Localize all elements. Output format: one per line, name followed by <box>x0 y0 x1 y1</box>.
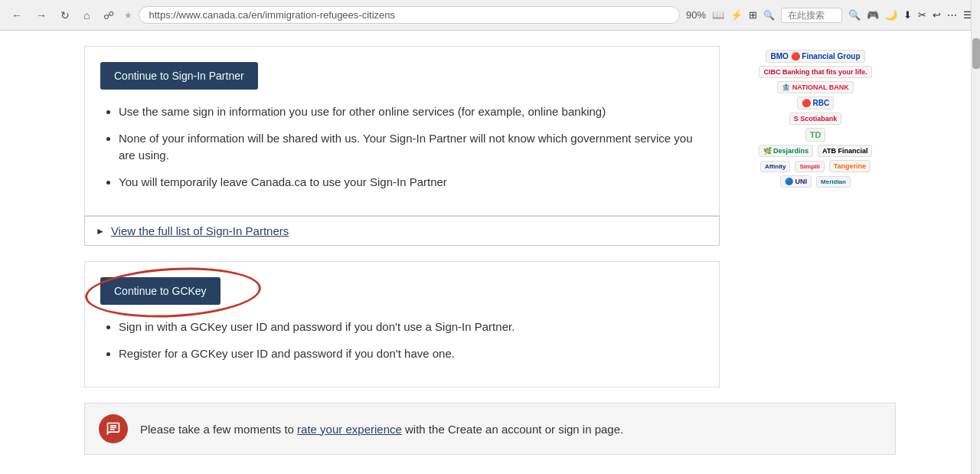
national-bank-logo: 🏦 NATIONAL BANK <box>777 81 854 93</box>
uni-logo: 🔵 UNI <box>780 175 812 188</box>
feedback-icon <box>99 414 128 443</box>
bullet-item: You will temporarily leave Canada.ca to … <box>119 174 704 191</box>
top-section: Continue to Sign-In Partner Use the same… <box>84 46 896 387</box>
grid-icon[interactable]: ⊞ <box>749 9 757 21</box>
cibc-logo: CIBC Banking that fits your life. <box>759 66 871 78</box>
logo-grid: BMO 🔴 Financial Group CIBC Banking that … <box>759 50 873 188</box>
desjardins-logo: 🌿 Desjardins <box>759 145 814 157</box>
logo-row-2: CIBC Banking that fits your life. <box>759 66 871 78</box>
sign-partner-container: Continue to Sign-In Partner Use the same… <box>84 46 720 216</box>
logo-row-4: 🔴 RBC <box>797 96 834 110</box>
rbc-logo: 🔴 RBC <box>797 96 834 110</box>
logo-row-1: BMO 🔴 Financial Group <box>766 50 864 63</box>
accordion-arrow-icon: ► <box>96 226 105 237</box>
page-content: Continue to Sign-In Partner Use the same… <box>0 31 980 474</box>
browser-chrome: ← → ↻ ⌂ ☍ ★ https://www.canada.ca/en/imm… <box>0 0 980 31</box>
affinity-logo: Affinity <box>760 161 791 172</box>
reader-icon[interactable]: 📖 <box>712 9 724 21</box>
home-button[interactable]: ⌂ <box>80 8 93 23</box>
feedback-text: Please take a few moments to rate your e… <box>140 423 623 436</box>
moon-icon[interactable]: 🌙 <box>885 9 897 21</box>
feedback-after-text: with the Create an account or sign in pa… <box>402 423 623 436</box>
feedback-banner: Please take a few moments to rate your e… <box>84 403 896 455</box>
td-logo: TD <box>805 128 826 142</box>
logo-row-5: S Scotiabank <box>789 113 842 125</box>
accordion-link[interactable]: View the full list of Sign-In Partners <box>111 224 289 237</box>
simplii-logo: Simplii <box>795 161 824 172</box>
download-icon[interactable]: ⬇ <box>903 9 912 21</box>
bullet-item: Use the same sign in information you use… <box>119 103 704 121</box>
sign-partner-button[interactable]: Continue to Sign-In Partner <box>100 62 258 90</box>
url-text: https://www.canada.ca/en/immigration-ref… <box>149 9 395 21</box>
forward-button[interactable]: → <box>32 8 51 23</box>
search-glass-icon[interactable]: 🔍 <box>848 9 861 21</box>
scrollbar-thumb[interactable] <box>972 38 980 69</box>
tangerine-logo: Tangerine <box>829 160 871 172</box>
logo-row-6: TD <box>805 128 826 142</box>
more-icon[interactable]: ⋯ <box>947 9 957 21</box>
gckey-bullet-item: Sign in with a GCKey user ID and passwor… <box>119 319 704 336</box>
feedback-before-text: Please take a few moments to <box>140 423 297 436</box>
games-icon[interactable]: 🎮 <box>867 9 879 21</box>
scotiabank-logo: S Scotiabank <box>789 113 842 125</box>
search-input[interactable] <box>781 8 842 23</box>
back-arrow-icon[interactable]: ↩ <box>933 9 941 21</box>
gckey-button-wrapper: Continue to GCKey <box>100 277 220 305</box>
gckey-section: Continue to GCKey Sign in with a GCKey u… <box>84 261 720 387</box>
bullet-item: None of your information will be shared … <box>119 130 704 165</box>
scrollbar-track[interactable] <box>971 0 980 474</box>
reload-button[interactable]: ↻ <box>57 8 74 23</box>
gckey-bullet-item: Register for a GCKey user ID and passwor… <box>119 345 704 363</box>
scissors-icon[interactable]: ✂ <box>918 9 926 21</box>
logo-row-8: Affinity Simplii Tangerine <box>760 160 871 172</box>
gckey-bullets: Sign in with a GCKey user ID and passwor… <box>100 319 704 362</box>
logo-row-9: 🔵 UNI Meridian <box>780 175 851 188</box>
bmo-logo: BMO 🔴 Financial Group <box>766 50 864 63</box>
sign-partners-accordion[interactable]: ► View the full list of Sign-In Partners <box>84 216 720 246</box>
back-button[interactable]: ← <box>8 8 26 23</box>
gckey-button[interactable]: Continue to GCKey <box>100 277 220 305</box>
chat-icon <box>106 421 121 436</box>
logo-row-7: 🌿 Desjardins ATB Financial <box>759 145 873 157</box>
sign-partner-bullets: Use the same sign in information you use… <box>100 103 704 191</box>
logo-panel: BMO 🔴 Financial Group CIBC Banking that … <box>735 46 896 387</box>
left-content: Continue to Sign-In Partner Use the same… <box>84 46 720 387</box>
image-search-icon[interactable]: 🔍 <box>763 10 775 21</box>
logo-row-3: 🏦 NATIONAL BANK <box>777 81 854 93</box>
address-bar[interactable]: https://www.canada.ca/en/immigration-ref… <box>139 6 680 24</box>
feedback-link[interactable]: rate your experience <box>297 423 402 436</box>
zoom-level: 90% <box>686 9 706 21</box>
atb-logo: ATB Financial <box>818 145 872 157</box>
bookmark-button[interactable]: ☍ <box>100 8 118 23</box>
meridian-logo: Meridian <box>816 176 851 188</box>
lightning-icon[interactable]: ⚡ <box>730 9 743 21</box>
